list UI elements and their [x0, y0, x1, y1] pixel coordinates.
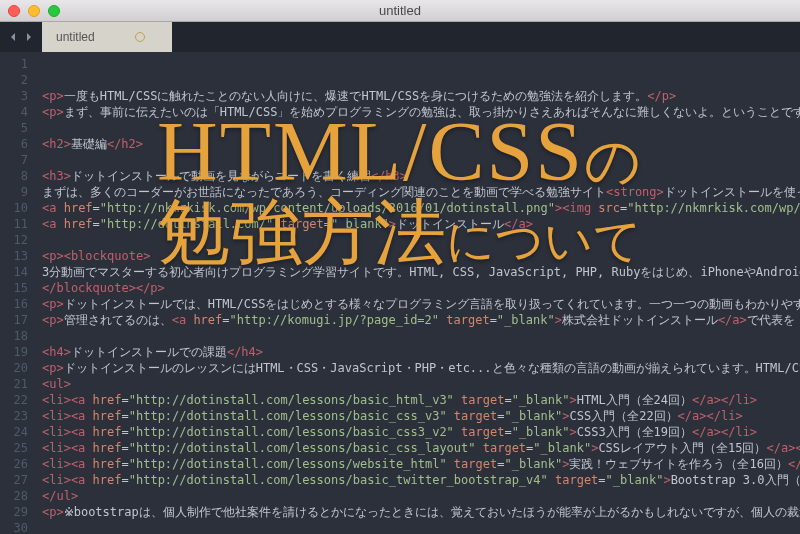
code-line[interactable]: [42, 152, 800, 168]
line-number: 27: [10, 472, 28, 488]
tab-label: untitled: [56, 30, 95, 44]
code-line[interactable]: <p>※bootstrapは、個人制作で他社案件を請けるとかになったときには、覚…: [42, 504, 800, 520]
line-number: 14: [10, 264, 28, 280]
code-line[interactable]: </ul>: [42, 488, 800, 504]
code-line[interactable]: </blockquote></p>: [42, 280, 800, 296]
line-gutter: 1234567891011121314151617181920212223242…: [0, 52, 36, 534]
line-number: 10: [10, 200, 28, 216]
line-number: 6: [10, 136, 28, 152]
code-line[interactable]: [42, 520, 800, 534]
line-number: 11: [10, 216, 28, 232]
code-line[interactable]: [42, 120, 800, 136]
line-number: 22: [10, 392, 28, 408]
line-number: 8: [10, 168, 28, 184]
code-line[interactable]: <li><a href="http://dotinstall.com/lesso…: [42, 424, 800, 440]
window-title: untitled: [0, 3, 800, 18]
line-number: 26: [10, 456, 28, 472]
code-line[interactable]: <li><a href="http://dotinstall.com/lesso…: [42, 456, 800, 472]
line-number: 7: [10, 152, 28, 168]
code-line[interactable]: <h2>基礎編</h2>: [42, 136, 800, 152]
code-line[interactable]: [42, 72, 800, 88]
code-line[interactable]: <p>ドットインストールのレッスンにはHTML・CSS・JavaScript・P…: [42, 360, 800, 376]
line-number: 16: [10, 296, 28, 312]
line-number: 19: [10, 344, 28, 360]
code-line[interactable]: まずは、多くのコーダーがお世話になったであろう、コーディング関連のことを動画で学…: [42, 184, 800, 200]
line-number: 20: [10, 360, 28, 376]
code-line[interactable]: <h4>ドットインストールでの課題</h4>: [42, 344, 800, 360]
code-line[interactable]: <li><a href="http://dotinstall.com/lesso…: [42, 440, 800, 456]
line-number: 15: [10, 280, 28, 296]
line-number: 29: [10, 504, 28, 520]
code-line[interactable]: <p><blockquote>: [42, 248, 800, 264]
line-number: 4: [10, 104, 28, 120]
code-line[interactable]: <li><a href="http://dotinstall.com/lesso…: [42, 472, 800, 488]
code-editor[interactable]: 1234567891011121314151617181920212223242…: [0, 52, 800, 534]
code-line[interactable]: <p>ドットインストールでは、HTML/CSSをはじめとする様々なプログラミング…: [42, 296, 800, 312]
nav-forward-icon[interactable]: [22, 30, 36, 44]
line-number: 30: [10, 520, 28, 534]
code-line[interactable]: <p>まず、事前に伝えたいのは「HTML/CSS」を始めプログラミングの勉強は、…: [42, 104, 800, 120]
line-number: 12: [10, 232, 28, 248]
code-line[interactable]: <li><a href="http://dotinstall.com/lesso…: [42, 392, 800, 408]
line-number: 18: [10, 328, 28, 344]
code-line[interactable]: [42, 232, 800, 248]
code-line[interactable]: <li><a href="http://dotinstall.com/lesso…: [42, 408, 800, 424]
line-number: 5: [10, 120, 28, 136]
code-line[interactable]: <a href="http://dotinstall.com/" target=…: [42, 216, 800, 232]
code-line[interactable]: <a href="http://nkmrkisk.com/wp-content/…: [42, 200, 800, 216]
dirty-indicator-icon: [135, 32, 145, 42]
tab-bar: untitled: [0, 22, 800, 52]
code-line[interactable]: [42, 56, 800, 72]
line-number: 23: [10, 408, 28, 424]
nav-back-icon[interactable]: [6, 30, 20, 44]
code-line[interactable]: <p>管理されてるのは、<a href="http://komugi.jp/?p…: [42, 312, 800, 328]
code-content[interactable]: <p>一度もHTML/CSSに触れたことのない人向けに、爆速でHTML/CSSを…: [36, 52, 800, 534]
line-number: 2: [10, 72, 28, 88]
code-line[interactable]: [42, 328, 800, 344]
code-line[interactable]: <p>一度もHTML/CSSに触れたことのない人向けに、爆速でHTML/CSSを…: [42, 88, 800, 104]
line-number: 17: [10, 312, 28, 328]
line-number: 28: [10, 488, 28, 504]
code-line[interactable]: 3分動画でマスターする初心者向けプログラミング学習サイトです。HTML, CSS…: [42, 264, 800, 280]
window-titlebar: untitled: [0, 0, 800, 22]
line-number: 13: [10, 248, 28, 264]
line-number: 25: [10, 440, 28, 456]
file-tab[interactable]: untitled: [42, 22, 172, 52]
line-number: 9: [10, 184, 28, 200]
line-number: 3: [10, 88, 28, 104]
line-number: 1: [10, 56, 28, 72]
code-line[interactable]: <h3>ドットインストールで動画を見ながらコードを書く練習</h3>: [42, 168, 800, 184]
line-number: 24: [10, 424, 28, 440]
line-number: 21: [10, 376, 28, 392]
code-line[interactable]: <ul>: [42, 376, 800, 392]
